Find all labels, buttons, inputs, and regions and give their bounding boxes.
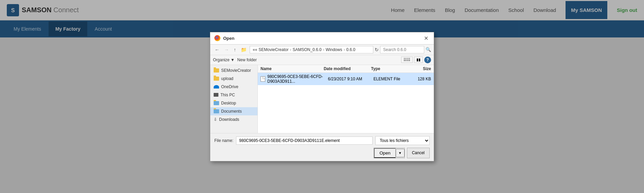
folder-icon	[214, 101, 219, 105]
file-dialog: Open ✕ ← → ↑ 📁 «« SEMovieCreator › SAMSO…	[210, 32, 434, 161]
dialog-body: SEMovieCreator upload OneDrive This PC D…	[210, 65, 434, 133]
sidebar-desktop[interactable]: Desktop	[210, 99, 257, 107]
dialog-cancel-button[interactable]: Cancel	[407, 148, 430, 158]
sidebar-label: upload	[221, 76, 233, 81]
folder-icon	[214, 77, 219, 81]
filename-row: File name: Tous les fichiers	[214, 136, 430, 145]
breadcrumb-part-1[interactable]: SEMovieCreator	[258, 47, 288, 52]
sidebar-label: Documents	[221, 109, 242, 114]
file-icon	[261, 76, 265, 82]
col-type-header: Type	[371, 66, 409, 71]
download-icon: ⇩	[214, 117, 217, 122]
file-size: 128 KB	[410, 77, 431, 81]
search-input[interactable]	[380, 46, 424, 53]
breadcrumb-path: «« SEMovieCreator › SAMSON_0.6.0 › Windo…	[250, 46, 373, 53]
file-modified: 6/23/2017 9:10 AM	[328, 77, 374, 81]
dialog-sidebar: SEMovieCreator upload OneDrive This PC D…	[210, 65, 258, 133]
dialog-filelist: Name Date modified Type Size 980C9695-0C…	[258, 65, 434, 133]
thispc-icon	[214, 93, 218, 97]
filename-label: File name:	[214, 138, 233, 143]
dialog-title: Open	[223, 36, 420, 41]
view-toggle-button[interactable]: ▮▮	[414, 57, 423, 63]
sidebar-thispc[interactable]: This PC	[210, 91, 257, 99]
new-folder-button[interactable]: New folder	[237, 58, 257, 62]
dialog-toolbar: ← → ↑ 📁 «« SEMovieCreator › SAMSON_0.6.0…	[210, 45, 434, 55]
organize-button[interactable]: Organize ▼	[213, 58, 235, 62]
col-modified-header: Date modified	[324, 66, 371, 71]
onedrive-icon	[214, 85, 219, 89]
dialog-footer: File name: Tous les fichiers Open ▼ Canc…	[210, 133, 434, 161]
sidebar-downloads[interactable]: ⇩ Downloads	[210, 115, 257, 124]
filename-input[interactable]	[236, 136, 373, 145]
sidebar-upload[interactable]: upload	[210, 75, 257, 83]
folder-icon	[214, 109, 219, 113]
file-name: 980C9695-0CE3-5EBE-6CFD-D903A3D911...	[267, 74, 328, 84]
breadcrumb-part-2[interactable]: SAMSON_0.6.0	[292, 47, 321, 52]
col-size-header: Size	[409, 66, 431, 71]
sidebar-onedrive[interactable]: OneDrive	[210, 83, 257, 91]
sidebar-semoviecreator[interactable]: SEMovieCreator	[210, 66, 257, 75]
file-dialog-overlay: Open ✕ ← → ↑ 📁 «« SEMovieCreator › SAMSO…	[0, 0, 644, 193]
sidebar-label: This PC	[220, 93, 235, 97]
filelist-header: Name Date modified Type Size	[258, 65, 434, 73]
organize-dropdown-icon: ▼	[231, 58, 235, 62]
dialog-actions-bar: Organize ▼ New folder ☷☷ ▮▮ ?	[210, 55, 434, 65]
refresh-button[interactable]: ↻	[375, 47, 379, 52]
sidebar-label: OneDrive	[221, 84, 238, 89]
dialog-titlebar: Open ✕	[210, 32, 434, 45]
filetype-select[interactable]: Tous les fichiers	[375, 136, 430, 145]
back-button[interactable]: ←	[213, 46, 221, 53]
folder-icon	[214, 68, 219, 73]
dialog-close-button[interactable]: ✕	[423, 35, 430, 42]
sidebar-label: Downloads	[219, 117, 239, 122]
up-button[interactable]: ↑	[232, 46, 238, 53]
sidebar-label: SEMovieCreator	[221, 68, 251, 73]
dialog-footer-buttons: Open ▼ Cancel	[214, 148, 430, 158]
sidebar-documents[interactable]: Documents	[210, 107, 257, 115]
forward-button[interactable]: →	[222, 46, 231, 53]
help-button[interactable]: ?	[424, 57, 431, 63]
search-icon: 🔍	[426, 47, 431, 52]
view-buttons: ☷☷ ▮▮ ?	[401, 57, 431, 63]
col-name-header: Name	[261, 66, 324, 71]
breadcrumb-separator: ««	[253, 47, 257, 52]
view-details-button[interactable]: ☷☷	[401, 57, 413, 63]
breadcrumb-part-4[interactable]: 0.6.0	[346, 47, 355, 52]
file-type: ELEMENT File	[373, 77, 410, 81]
sidebar-label: Desktop	[221, 101, 236, 106]
open-dropdown-button[interactable]: ▼	[396, 149, 405, 157]
chrome-icon	[214, 35, 220, 41]
folder-button[interactable]: 📁	[239, 46, 248, 53]
organize-label: Organize	[213, 58, 230, 62]
table-row[interactable]: 980C9695-0CE3-5EBE-6CFD-D903A3D911... 6/…	[258, 73, 434, 85]
open-button-group: Open ▼	[374, 148, 405, 158]
breadcrumb-part-3[interactable]: Windows	[326, 47, 342, 52]
open-button[interactable]: Open	[374, 148, 396, 158]
